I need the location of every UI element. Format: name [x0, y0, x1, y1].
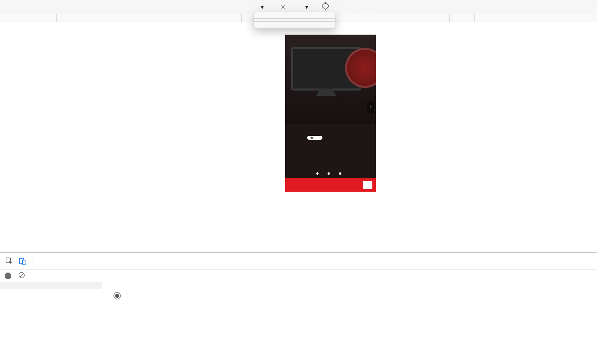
brand-bar — [285, 178, 376, 192]
menu-separator — [254, 18, 335, 19]
svg-line-6 — [20, 273, 24, 277]
rotate-icon[interactable] — [321, 1, 330, 13]
chevron-right-icon: › — [370, 104, 371, 110]
inspect-element-button[interactable] — [3, 257, 16, 266]
carousel-dots[interactable]: ● ● ● — [285, 170, 376, 176]
viewport-dimensions: × — [276, 2, 290, 12]
menu-separator — [254, 21, 335, 22]
toggle-device-toolbar-button[interactable] — [16, 257, 29, 266]
profile-option-cpu[interactable] — [113, 291, 586, 299]
cta-pill[interactable]: ★ — [307, 136, 322, 140]
star-icon: ★ — [310, 135, 314, 140]
viewport-area: › ★ ● ● ● — [0, 22, 597, 252]
chevron-down-icon: ▼ — [260, 4, 265, 10]
devtools-tabs — [0, 253, 597, 270]
clear-button[interactable] — [18, 272, 25, 280]
profiles-controls — [0, 270, 102, 282]
device-menu-item-edit[interactable] — [254, 24, 335, 26]
carousel-next-button[interactable]: › — [367, 101, 374, 113]
hero-area — [285, 35, 376, 124]
device-select[interactable]: ▼ — [257, 4, 265, 10]
device-menu-item-responsive[interactable] — [254, 14, 335, 16]
times-icon: × — [281, 2, 286, 12]
device-menu — [254, 12, 335, 28]
hamburger-menu-button[interactable] — [363, 181, 372, 189]
sidebar-section-profiles[interactable] — [0, 282, 102, 289]
record-button[interactable] — [5, 273, 11, 279]
profiles-sidebar — [0, 270, 102, 364]
svg-rect-4 — [23, 260, 26, 265]
chevron-down-icon: ▼ — [304, 4, 309, 10]
profiles-main — [102, 270, 597, 364]
devtools-panel — [0, 252, 597, 364]
radio-selected-icon[interactable] — [113, 292, 121, 299]
zoom-select[interactable]: ▼ — [301, 4, 309, 10]
divider — [33, 257, 33, 266]
mobile-preview: › ★ ● ● ● — [285, 35, 376, 192]
